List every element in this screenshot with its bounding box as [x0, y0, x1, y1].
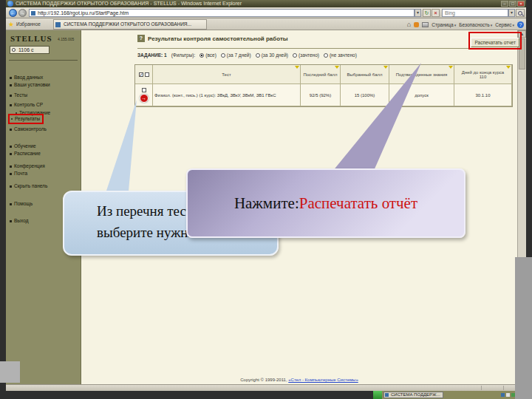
- maximize-button[interactable]: [509, 1, 516, 7]
- menu-bullet-icon: [10, 203, 12, 205]
- sidebar-item-pomosch[interactable]: Помощь: [10, 200, 33, 207]
- filter-option-notpassed[interactable]: (не зачтено): [324, 52, 357, 58]
- filter-option-30days[interactable]: (за 30 дней): [256, 52, 288, 58]
- slide-gray-overlay-right: [515, 257, 532, 399]
- taskbar-favicon-icon: [385, 393, 389, 397]
- menu-bullet-icon: [10, 166, 12, 168]
- task-label: ЗАДАНИЕ: 1: [137, 52, 167, 58]
- status-divider: [503, 386, 504, 390]
- col-header-selected-score[interactable]: Выбранный балл: [341, 65, 389, 84]
- col-header-checkbox: [135, 65, 153, 84]
- favorites-button[interactable]: Избранное: [8, 20, 41, 29]
- col-header-test[interactable]: Тест: [153, 65, 301, 84]
- col-header-last-score[interactable]: Последний балл: [301, 65, 341, 84]
- refresh-button[interactable]: [423, 9, 431, 17]
- chevron-down-icon: [454, 22, 457, 27]
- slide-canvas: СИСТЕМА ПОДДЕРЖКИ ОТКРЫТОГО ОБРАЗОВАНИЯ …: [0, 0, 532, 399]
- filter-funnel-icon[interactable]: [295, 66, 299, 69]
- url-input[interactable]: http://192.168/rgot.ipu.ru/StartPage.htm: [29, 9, 415, 17]
- slide-gray-overlay-bottomleft: [0, 361, 20, 383]
- filter-funnel-icon[interactable]: [506, 66, 511, 69]
- taskbar-window-button[interactable]: СИСТЕМА ПОДДЕРЖ...: [383, 392, 443, 398]
- sidebar-item-pochta[interactable]: Почта: [10, 170, 27, 177]
- sidebar-item-vvod-dannyh[interactable]: Ввод данных: [10, 74, 43, 81]
- command-bar: Страница Безопасность Сервис: [407, 18, 524, 30]
- row-selected-score: 15 (100%): [341, 84, 389, 106]
- window-controls: [501, 1, 525, 7]
- menu-bullet-icon: [10, 95, 12, 97]
- menu-bullet-icon: [11, 118, 13, 120]
- chevron-down-icon: [511, 22, 514, 27]
- help-icon[interactable]: [517, 21, 524, 28]
- company-link[interactable]: «Стел - Компьютерные Системы»: [288, 378, 358, 382]
- row-test-name[interactable]: Физиол. (конт., пись.) (1 курс): ЗВкД, З…: [153, 84, 301, 106]
- sidebar-item-kontrol-sr[interactable]: Контроль СР: [10, 101, 43, 108]
- sidebar-item-samokontrol[interactable]: Самоконтроль: [10, 126, 47, 132]
- search-input[interactable]: Bing: [442, 9, 508, 17]
- stop-button[interactable]: [432, 9, 440, 17]
- row-checkbox[interactable]: [142, 88, 146, 92]
- close-button[interactable]: [517, 1, 525, 7]
- filters-label: (Фильтры):: [171, 52, 196, 58]
- filter-option-all[interactable]: (все): [200, 52, 216, 58]
- timer-value: 1106 с: [18, 47, 34, 52]
- row-checkbox-cell: [135, 84, 153, 106]
- menu-bullet-icon: [10, 104, 12, 106]
- sidebar-item-obuchenie[interactable]: Обучение: [10, 143, 36, 149]
- url-dropdown-button[interactable]: [415, 9, 421, 17]
- menu-bullet-icon: [10, 220, 12, 222]
- sidebar-item-vashi-ustanovki[interactable]: Ваши установки: [10, 81, 50, 88]
- os-taskbar: СИСТЕМА ПОДДЕРЖ...: [373, 391, 517, 399]
- page-title: Результаты контроля самостоятельной рабо…: [148, 35, 288, 42]
- filter-funnel-icon[interactable]: [449, 66, 453, 69]
- copyright-text: Copyright © 1999-2011,: [240, 378, 287, 382]
- rss-feed-icon[interactable]: [414, 22, 419, 27]
- menu-bullet-icon: [10, 77, 12, 79]
- menu-bullet-icon: [10, 146, 12, 148]
- status-bar: [6, 384, 526, 391]
- radio-icon: [221, 53, 225, 58]
- sidebar-item-testy[interactable]: Тесты: [10, 92, 27, 98]
- filter-funnel-icon[interactable]: [383, 66, 388, 69]
- filter-funnel-icon[interactable]: [335, 66, 339, 69]
- callout-print-report: Нажмите: Распечатать отчёт: [186, 168, 466, 238]
- minimize-button[interactable]: [501, 1, 508, 7]
- print-report-button[interactable]: Распечатать отчет: [471, 38, 519, 47]
- filter-option-7days[interactable]: (за 7 дней): [221, 52, 251, 58]
- safety-menu[interactable]: Безопасность: [459, 22, 492, 27]
- search-icon[interactable]: [516, 9, 525, 17]
- col-header-days-left[interactable]: Дней до конца курса110: [454, 65, 512, 84]
- tab-favicon-icon: [55, 22, 61, 27]
- start-button[interactable]: [373, 391, 382, 399]
- col-header-confirmed[interactable]: Подтвержденные знания: [389, 65, 454, 84]
- sidebar-item-skryt-panel[interactable]: Скрыть панель: [10, 183, 47, 189]
- row-date: 30.1.10: [454, 84, 512, 106]
- ie-logo-icon: [7, 1, 13, 7]
- address-bar: http://192.168/rgot.ipu.ru/StartPage.htm…: [6, 7, 526, 18]
- section-help-icon[interactable]: [137, 35, 145, 42]
- home-icon[interactable]: [407, 21, 411, 28]
- select-all-checkbox[interactable]: [139, 72, 143, 77]
- radio-icon: [200, 53, 204, 58]
- sidebar-item-konferencia[interactable]: Конференция: [10, 163, 45, 169]
- search-dropdown-button[interactable]: [508, 9, 515, 17]
- sidebar-item-vyhod[interactable]: Выход: [10, 217, 28, 224]
- browser-tab[interactable]: СИСТЕМА ПОДДЕРЖКИ ОТКРЫТОГО ОБРАЗОВАНИЯ.…: [53, 19, 207, 30]
- menu-bullet-icon: [10, 84, 12, 86]
- tray-volume-icon[interactable]: [506, 393, 510, 397]
- tray-network-icon[interactable]: [501, 393, 505, 397]
- star-icon: [8, 20, 14, 29]
- tools-menu[interactable]: Сервис: [495, 22, 514, 27]
- radio-icon: [256, 53, 260, 58]
- sidebar-item-raspisanie[interactable]: Расписание: [10, 150, 41, 157]
- row-last-score: 92/5 (92%): [301, 84, 341, 106]
- filter-option-passed[interactable]: (зачтено): [293, 52, 319, 58]
- radio-icon: [293, 53, 297, 58]
- click-highlight-icon: [140, 94, 149, 103]
- forward-button[interactable]: [18, 9, 27, 17]
- deselect-all-checkbox[interactable]: [145, 72, 149, 77]
- print-icon[interactable]: [422, 22, 429, 27]
- sidebar-item-rezultaty[interactable]: Результаты: [8, 114, 44, 124]
- page-menu[interactable]: Страница: [432, 22, 456, 27]
- back-button[interactable]: [9, 9, 17, 17]
